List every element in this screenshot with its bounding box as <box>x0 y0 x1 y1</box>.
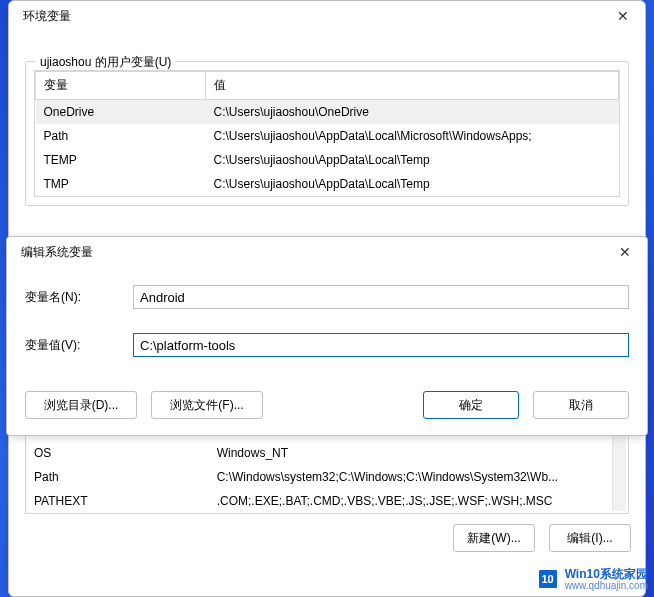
main-title: 环境变量 <box>23 8 71 25</box>
user-vars-label: ujiaoshou 的用户变量(U) <box>36 54 175 71</box>
watermark-line1: Win10系统家园 <box>565 568 648 581</box>
var-value-cell: C:\Users\ujiaoshou\AppData\Local\Microso… <box>206 124 619 148</box>
watermark: 10 Win10系统家园 www.qdhuajin.com <box>537 568 648 591</box>
var-value-input[interactable] <box>133 333 629 357</box>
var-value-row: 变量值(V): <box>25 333 629 357</box>
col-header-var[interactable]: 变量 <box>36 72 206 100</box>
table-row[interactable]: PathC:\Users\ujiaoshou\AppData\Local\Mic… <box>36 124 619 148</box>
var-name-cell: OneDrive <box>36 100 206 125</box>
table-row[interactable]: OSWindows_NT <box>26 441 628 465</box>
var-name-cell: TEMP <box>36 148 206 172</box>
edit-dialog-titlebar: 编辑系统变量 ✕ <box>7 237 647 267</box>
edit-dialog-buttons: 浏览目录(D)... 浏览文件(F)... 确定 取消 <box>7 385 647 435</box>
col-header-val[interactable]: 值 <box>206 72 619 100</box>
close-icon[interactable]: ✕ <box>611 242 639 262</box>
var-value-cell: .COM;.EXE;.BAT;.CMD;.VBS;.VBE;.JS;.JSE;.… <box>209 489 628 513</box>
watermark-icon: 10 <box>537 568 559 590</box>
browse-dir-button[interactable]: 浏览目录(D)... <box>25 391 137 419</box>
table-row[interactable]: PATHEXT.COM;.EXE;.BAT;.CMD;.VBS;.VBE;.JS… <box>26 489 628 513</box>
close-icon[interactable]: ✕ <box>609 6 637 26</box>
var-value-cell: C:\Users\ujiaoshou\AppData\Local\Temp <box>206 148 619 172</box>
table-row[interactable]: TEMPC:\Users\ujiaoshou\AppData\Local\Tem… <box>36 148 619 172</box>
var-name-row: 变量名(N): <box>25 285 629 309</box>
var-name-cell: TMP <box>36 172 206 196</box>
ok-button[interactable]: 确定 <box>423 391 519 419</box>
var-name-cell: PATHEXT <box>26 489 209 513</box>
user-vars-group: ujiaoshou 的用户变量(U) 变量 值 OneDriveC:\Users… <box>25 61 629 206</box>
edit-sys-var-button[interactable]: 编辑(I)... <box>549 524 631 552</box>
edit-dialog-title: 编辑系统变量 <box>21 244 93 261</box>
var-name-input[interactable] <box>133 285 629 309</box>
var-name-cell: Path <box>36 124 206 148</box>
edit-sys-var-dialog: 编辑系统变量 ✕ 变量名(N): 变量值(V): 浏览目录(D)... 浏览文件… <box>6 236 648 436</box>
browse-file-button[interactable]: 浏览文件(F)... <box>151 391 263 419</box>
var-value-cell: Windows_NT <box>209 441 628 465</box>
var-name-cell: OS <box>26 441 209 465</box>
table-row[interactable]: OneDriveC:\Users\ujiaoshou\OneDrive <box>36 100 619 125</box>
cancel-button[interactable]: 取消 <box>533 391 629 419</box>
var-value-cell: C:\Users\ujiaoshou\AppData\Local\Temp <box>206 172 619 196</box>
user-vars-table[interactable]: 变量 值 OneDriveC:\Users\ujiaoshou\OneDrive… <box>35 71 619 196</box>
var-value-cell: C:\Windows\system32;C:\Windows;C:\Window… <box>209 465 628 489</box>
watermark-line2: www.qdhuajin.com <box>565 581 648 592</box>
table-row[interactable]: PathC:\Windows\system32;C:\Windows;C:\Wi… <box>26 465 628 489</box>
var-value-label: 变量值(V): <box>25 337 133 354</box>
new-sys-var-button[interactable]: 新建(W)... <box>453 524 535 552</box>
var-name-cell: Path <box>26 465 209 489</box>
var-name-label: 变量名(N): <box>25 289 133 306</box>
sys-buttons-row: 新建(W)... 编辑(I)... <box>9 514 645 564</box>
main-titlebar: 环境变量 ✕ <box>9 1 645 31</box>
var-value-cell: C:\Users\ujiaoshou\OneDrive <box>206 100 619 125</box>
table-row[interactable]: TMPC:\Users\ujiaoshou\AppData\Local\Temp <box>36 172 619 196</box>
